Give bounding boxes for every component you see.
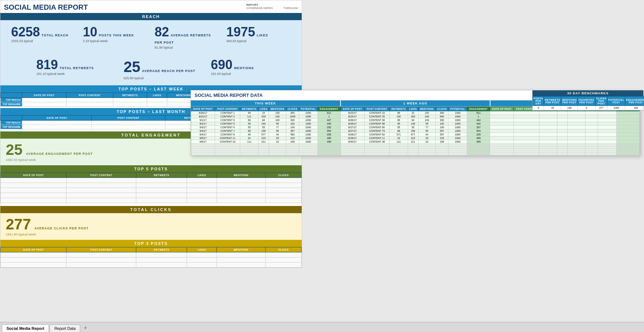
top-reshare-retweets [113, 102, 147, 107]
total-retweets-typical: 191.10 typical week [36, 72, 117, 76]
avg-clicks-label: AVERAGE CLICKS PER POST [35, 226, 89, 230]
mentions-label: MENTIONS [234, 66, 254, 70]
report-label: REPORT [246, 3, 298, 6]
bm-val-posts: 9 [533, 106, 544, 110]
top3-row-2 [1, 257, 302, 263]
th-1w-potential: POTENTIAL [448, 107, 467, 111]
stats-grid-row1: 6258 TOTAL REACH 2333.33 typical 10 POST… [0, 20, 302, 55]
bm-val-engagement: 426 [625, 106, 644, 110]
top3-row-3 [1, 263, 302, 268]
month-top-reach-label: TOP REACH [1, 121, 22, 125]
bm-val-favorites: 0 [578, 106, 595, 110]
total-retweets-label: TOTAL RETWEETS [60, 66, 94, 70]
benchmarks-header: 30 DAY BENCHMARKS [533, 90, 643, 96]
th-1w-likes: LIKES [408, 107, 418, 111]
th-tw-engagement: ENGAGEMENT [318, 107, 341, 111]
top5-row-3 [1, 188, 302, 193]
bm-mentions: MENTIONS PER POST [561, 97, 578, 106]
avg-retweets-typical: 81.90 typical [155, 46, 219, 49]
mentions-stat: 690 MENTIONS 161.00 typical [207, 57, 294, 82]
posts-this-week-label: POSTS THIS WEEK [99, 33, 134, 37]
likes-label: LIKES [257, 33, 268, 37]
tabs-bar: Social Media Report Report Data + [0, 322, 644, 332]
avg-retweets-number: 82 [155, 24, 169, 39]
avg-engagement-number: 25 [6, 141, 23, 158]
avg-reach-stat: 25 AVERAGE REACH PER POST 625.80 typical [120, 57, 207, 82]
t3-content: POST CONTENT [67, 247, 136, 252]
month-top-reshare-label: TOP RESHARE [1, 125, 22, 129]
th-1w-engagement: ENGAGEMENT [467, 107, 490, 111]
mentions-number: 690 [211, 57, 232, 72]
top-reach-likes [147, 98, 167, 102]
engagement-typical: 4382.93 typical week [6, 158, 296, 162]
top3-row-1 [1, 252, 302, 257]
t5-likes: LIKES [187, 173, 217, 178]
data-row-8: 9/6/17CONTENT 101113112216510004998/30/1… [191, 140, 640, 144]
stats-grid-row2: 819 TOTAL RETWEETS 191.10 typical week 2… [0, 55, 302, 85]
this-week-header: THIS WEEK [191, 100, 341, 106]
posts-this-week-typical: 2.33 typical week [83, 39, 148, 43]
data-row-2: 9/1/17CONTENT 3998410030010004278/26/17C… [191, 118, 640, 122]
total-reach-stat: 6258 TOTAL REACH 2333.33 typical [8, 24, 79, 51]
top-reach-content [66, 98, 113, 102]
report-meta: REPORT COVERAGE DATES THROUGH [246, 3, 298, 10]
report-header: SOCIAL MEDIA REPORT REPORT COVERAGE DATE… [0, 0, 302, 13]
th-1w-date: DATE OF POST [341, 107, 364, 111]
one-week-ago-header: 1 WEEK AGO [341, 100, 491, 106]
data-main-table: DATE OF POST POST CONTENT RETWEETS LIKES… [191, 107, 640, 156]
bm-val-potential: 1000 [607, 106, 625, 110]
tab-add-button[interactable]: + [81, 323, 90, 332]
col-likes: LIKES [147, 93, 167, 98]
th-tw-retweets: RETWEETS [240, 107, 259, 111]
data-row-1: 8/31/17CONTENT 21112001001005100018/23/1… [191, 115, 640, 118]
data-row-19 [191, 154, 640, 156]
th-tw-clicks: CLICKS [286, 107, 299, 111]
top-reach-retweets [113, 98, 147, 102]
top5-row-4 [1, 193, 302, 198]
t5-date: DATE OF POST [1, 173, 67, 178]
top-reshare-likes [147, 102, 167, 107]
tab-social-media-report[interactable]: Social Media Report [2, 324, 49, 332]
th-tw-date: DATE OF POST [191, 107, 215, 111]
top5-row-5 [1, 198, 302, 203]
clicks-section-header: TOTAL CLICKS [0, 206, 302, 213]
tab-report-data[interactable]: Report Data [50, 324, 80, 332]
th-1w-clicks: CLICKS [435, 107, 448, 111]
clicks-typical: 1941.80 typical week [6, 233, 296, 236]
col-empty [1, 93, 22, 98]
th-2w-date: DATE OF POST [490, 107, 514, 111]
th-1w-content: POST CONTENT [364, 107, 389, 111]
clicks-section: 277 AVERAGE CLICKS PER POST 1941.80 typi… [0, 213, 302, 240]
top5-row-2 [1, 183, 302, 188]
th-tw-potential: POTENTIAL [299, 107, 318, 111]
posts-this-week-stat: 10 POSTS THIS WEEK 2.33 typical week [79, 24, 151, 51]
data-row-6: 9/4/17CONTENT 6455774458313022058/28/17C… [191, 133, 640, 136]
t5-mentions: MENTIONS [217, 173, 265, 178]
reach-section-header: REACH [0, 13, 302, 20]
bm-val-retweets: 40 [544, 106, 561, 110]
posts-this-week-number: 10 [83, 24, 97, 39]
total-reach-number: 6258 [11, 24, 40, 39]
th-tw-likes: LIKES [259, 107, 269, 111]
through-label: THROUGH [284, 6, 298, 10]
th-tw-content: POST CONTENT [215, 107, 240, 111]
bm-val-clicks: 277 [595, 106, 607, 110]
data-row-3: 9/2/17CONTENT 5351405510210004408/26/17C… [191, 122, 640, 126]
top-reshare-content [66, 102, 113, 107]
likes-number: 1975 [227, 24, 255, 39]
bm-posts-day: POSTS PER DAY [533, 97, 544, 106]
coverage-label: COVERAGE DATES [246, 6, 273, 10]
col-date-of-post: DATE OF POST [22, 93, 67, 98]
col-retweets: RETWEETS [113, 93, 147, 98]
total-reach-label: TOTAL REACH [42, 33, 69, 37]
benchmarks-table: POSTS PER DAY RETWEETS PER POST MENTIONS… [533, 96, 644, 110]
likes-typical: 460.83 typical [227, 39, 291, 43]
top3-table: DATE OF POST POST CONTENT RETWEETS LIKES… [0, 247, 302, 268]
data-row-4: 9/3/17CONTENT 455557710010002028/27/17CO… [191, 126, 640, 129]
top-reach-date [22, 98, 67, 102]
benchmarks-panel: 30 DAY BENCHMARKS POSTS PER DAY RETWEETS… [532, 90, 644, 111]
bm-favorites: FAVORITES PER POST [578, 97, 595, 106]
avg-retweets-stat: 82 AVERAGE RETWEETS PER POST 81.90 typic… [151, 24, 223, 51]
t3-clicks: CLICKS [265, 247, 301, 252]
top5-row-1 [1, 178, 302, 183]
